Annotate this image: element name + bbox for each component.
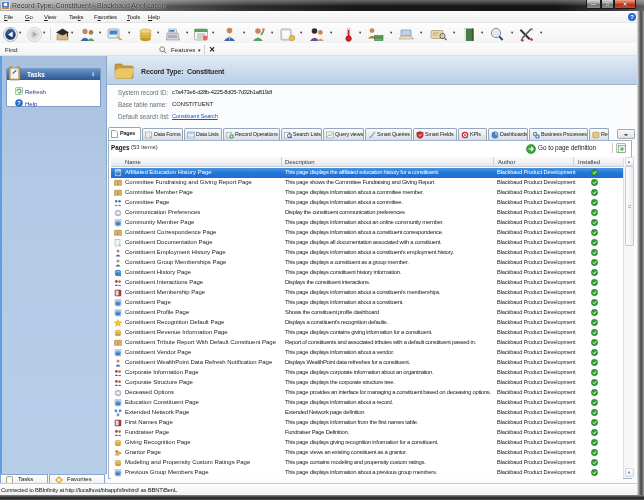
svg-text:?: ? <box>17 100 21 106</box>
svg-text:?: ? <box>630 14 634 20</box>
